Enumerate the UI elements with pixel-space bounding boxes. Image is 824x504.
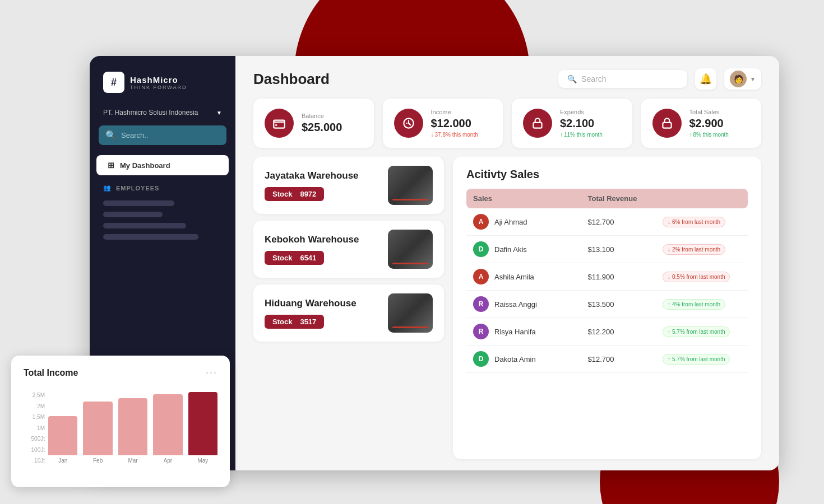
change-cell: ↑ 5.7% from last month — [656, 346, 748, 373]
warehouse-info-kebokoh: Kebokoh Warehouse Stock 6541 — [265, 234, 381, 265]
stat-value-expends: $2.100 — [560, 117, 621, 130]
chart-area: 2,5M2M1,5M1M500Jt100Jt10Jt JanFebMarAprM… — [24, 386, 217, 476]
chevron-down-icon: ▼ — [750, 76, 756, 82]
warehouse-info-jayataka: Jayataka Warehouse Stock 8972 — [265, 170, 381, 201]
search-icon: 🔍 — [105, 130, 117, 141]
person-cell: D Dafin Akis — [466, 236, 554, 263]
person-name: Dakota Amin — [494, 355, 536, 363]
stat-value-total-sales: $2.900 — [689, 117, 751, 130]
stat-value-balance: $25.000 — [302, 121, 363, 134]
y-axis-label: 2,5M — [24, 392, 45, 398]
activity-sales-panel: Acitivty Sales Sales Total Revenue A Aji… — [453, 157, 761, 459]
nav-placeholder-1 — [103, 200, 174, 206]
arrow-up-icon: ↑ — [689, 132, 692, 138]
svg-point-1 — [275, 124, 277, 126]
main-content: Dashboard 🔍 🔔 🧑 ▼ — [235, 56, 779, 470]
warehouse-card-kebokoh: Kebokoh Warehouse Stock 6541 — [253, 221, 444, 278]
stat-card-total-sales: Total Sales $2.900 ↑ 8% this month — [641, 99, 762, 148]
person-name: Risya Hanifa — [494, 328, 536, 336]
company-selector[interactable]: PT. Hashmicro Solusi Indonesia ▼ — [90, 104, 235, 125]
chart-bar-label: May — [197, 458, 208, 464]
change-cell: ↓ 0.5% from last month — [656, 263, 748, 291]
nav-placeholder-4 — [103, 234, 198, 240]
table-row: A Ashila Amila $11.900 ↓ 0.5% from last … — [466, 263, 748, 291]
y-axis-label: 1,5M — [24, 414, 45, 420]
change-badge: ↑ 5.7% from last month — [663, 326, 730, 337]
svg-rect-4 — [663, 123, 671, 128]
activity-title: Acitivty Sales — [466, 168, 748, 181]
logo-icon: # — [103, 72, 124, 93]
stat-value-income: $12.000 — [431, 117, 492, 130]
arrow-down-icon: ↓ — [668, 246, 670, 253]
stock-value-hiduang: 3517 — [300, 318, 316, 326]
revenue-cell: $12.700 — [554, 346, 656, 373]
main-search-box[interactable]: 🔍 — [558, 70, 687, 88]
table-row: A Aji Ahmad $12.700 ↓ 6% from last month — [466, 208, 748, 236]
warehouse-image-jayataka — [388, 166, 433, 205]
person-name: Aji Ahmad — [494, 218, 527, 226]
stat-label-balance: Balance — [302, 113, 363, 119]
y-axis-label: 500Jt — [24, 436, 45, 442]
stat-change-expends: ↑ 11% this month — [560, 132, 621, 138]
dashboard-icon: ⊞ — [108, 161, 114, 170]
arrow-down-icon: ↓ — [668, 274, 670, 280]
chart-bar-group: Mar — [118, 392, 147, 464]
chart-bar — [83, 402, 112, 455]
stat-info-total-sales: Total Sales $2.900 ↑ 8% this month — [689, 109, 751, 138]
nav-placeholder-2 — [103, 212, 163, 217]
bottom-section: Jayataka Warehouse Stock 8972 Kebokoh Wa… — [235, 157, 779, 470]
stat-label-income: Income — [431, 109, 492, 115]
col-change — [656, 189, 748, 208]
stock-label-hiduang: Stock — [272, 318, 292, 326]
stat-change-total-sales: ↑ 8% this month — [689, 132, 751, 138]
chart-bar-group: May — [188, 392, 217, 464]
logo-text: HashMicro THINK FORWARD — [130, 75, 187, 90]
change-cell: ↑ 5.7% from last month — [656, 318, 748, 346]
person-avatar: A — [473, 214, 489, 230]
expends-icon — [523, 109, 552, 138]
col-revenue: Total Revenue — [554, 189, 656, 208]
stat-info-expends: Expends $2.100 ↑ 11% this month — [560, 109, 621, 138]
chart-bar-group: Apr — [153, 392, 182, 464]
y-axis-label: 100Jt — [24, 447, 45, 453]
main-search-input[interactable] — [581, 74, 679, 83]
arrow-up-icon: ↑ — [668, 356, 670, 362]
chart-bar-label: Jan — [58, 458, 67, 464]
svg-rect-0 — [274, 120, 285, 128]
warehouse-info-hiduang: Hiduang Warehouse Stock 3517 — [265, 298, 381, 329]
chart-y-axis: 2,5M2M1,5M1M500Jt100Jt10Jt — [24, 392, 45, 476]
user-menu-button[interactable]: 🧑 ▼ — [724, 68, 761, 90]
chart-more-button[interactable]: ··· — [206, 367, 217, 379]
warehouse-name-jayataka: Jayataka Warehouse — [265, 170, 381, 181]
chart-bar-label: Feb — [93, 458, 103, 464]
change-badge: ↓ 2% from last month — [663, 244, 725, 255]
header-actions: 🔍 🔔 🧑 ▼ — [558, 68, 761, 90]
table-row: R Risya Hanifa $12.200 ↑ 5.7% from last … — [466, 318, 748, 346]
warehouse-name-hiduang: Hiduang Warehouse — [265, 298, 381, 309]
stock-badge-kebokoh: Stock 6541 — [265, 251, 324, 265]
stat-info-balance: Balance $25.000 — [302, 113, 363, 134]
brand-name: HashMicro — [130, 75, 187, 85]
revenue-cell: $12.700 — [554, 208, 656, 236]
stat-label-total-sales: Total Sales — [689, 109, 751, 115]
person-name: Ashila Amila — [494, 273, 534, 281]
stock-value-kebokoh: 6541 — [300, 254, 316, 262]
notifications-button[interactable]: 🔔 — [695, 68, 716, 90]
sidebar-search-box[interactable]: 🔍 — [99, 125, 226, 145]
person-cell: R Risya Hanifa — [466, 318, 554, 346]
change-cell: ↓ 2% from last month — [656, 236, 748, 263]
person-cell: A Ashila Amila — [466, 263, 554, 291]
header: Dashboard 🔍 🔔 🧑 ▼ — [235, 56, 779, 99]
brand-tagline: THINK FORWARD — [130, 85, 187, 90]
arrow-up-icon: ↑ — [560, 132, 563, 138]
warehouse-column: Jayataka Warehouse Stock 8972 Kebokoh Wa… — [253, 157, 444, 459]
person-avatar: D — [473, 351, 489, 367]
sidebar-item-dashboard[interactable]: ⊞ My Dashboard — [96, 155, 229, 175]
chart-bar — [48, 416, 77, 455]
stock-label-jayataka: Stock — [272, 190, 292, 198]
sidebar-search-input[interactable] — [121, 131, 220, 139]
revenue-cell: $11.900 — [554, 263, 656, 291]
balance-icon — [265, 109, 294, 138]
person-avatar: D — [473, 241, 489, 257]
change-cell: ↓ 6% from last month — [656, 208, 748, 236]
